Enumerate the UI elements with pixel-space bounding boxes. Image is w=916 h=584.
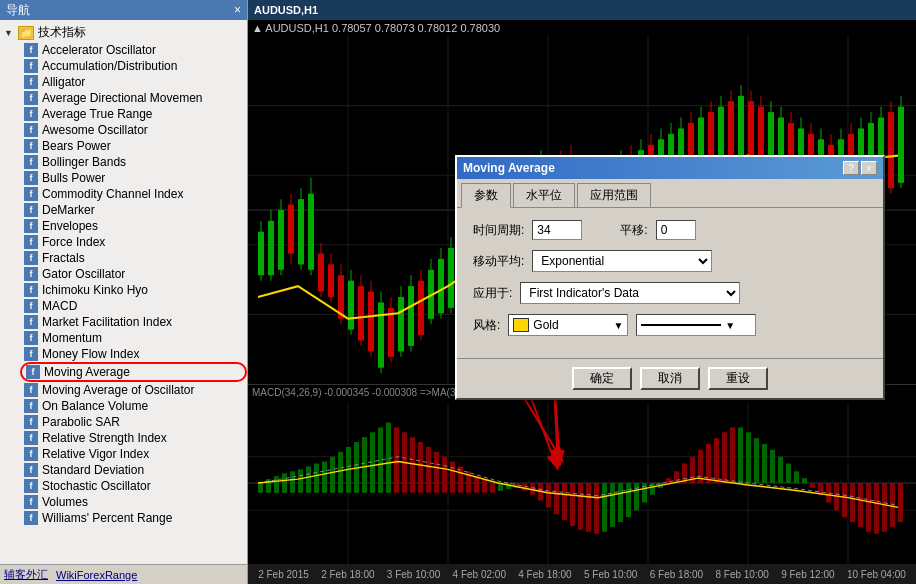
nav-item[interactable]: fAccelerator Oscillator [20, 42, 247, 58]
chart-ohlc: ▲ AUDUSD,H1 0.78057 0.78073 0.78012 0.78… [252, 22, 500, 34]
svg-rect-195 [602, 483, 607, 532]
shift-label: 平移: [620, 222, 647, 239]
nav-item[interactable]: fAlligator [20, 74, 247, 90]
nav-item[interactable]: fOn Balance Volume [20, 398, 247, 414]
nav-item[interactable]: fCommodity Channel Index [20, 186, 247, 202]
indicator-icon: f [24, 267, 38, 281]
color-name: Gold [533, 318, 558, 332]
nav-item[interactable]: fStandard Deviation [20, 462, 247, 478]
nav-item[interactable]: fMACD [20, 298, 247, 314]
svg-rect-158 [306, 466, 311, 492]
indicator-icon: f [24, 383, 38, 397]
nav-item[interactable]: fGator Oscillator [20, 266, 247, 282]
item-label: Moving Average of Oscillator [42, 383, 195, 397]
svg-rect-223 [826, 483, 831, 503]
nav-item[interactable]: fBears Power [20, 138, 247, 154]
nav-item[interactable]: fAverage True Range [20, 106, 247, 122]
footer-link-1[interactable]: 辅客外汇 [4, 567, 48, 582]
nav-item[interactable]: fRelative Vigor Index [20, 446, 247, 462]
line-preview [641, 324, 721, 326]
reset-button[interactable]: 重设 [708, 367, 768, 390]
nav-item[interactable]: fMoney Flow Index [20, 346, 247, 362]
nav-item[interactable]: fFractals [20, 250, 247, 266]
line-style-picker[interactable]: ▼ [636, 314, 756, 336]
indicator-icon: f [24, 479, 38, 493]
nav-close-btn[interactable]: × [234, 3, 241, 17]
period-input[interactable] [532, 220, 582, 240]
nav-header: 导航 × [0, 0, 247, 20]
footer-link-2[interactable]: WikiForexRange [56, 569, 137, 581]
time-label: 9 Feb 12:00 [781, 569, 834, 580]
time-axis: 2 Feb 20152 Feb 18:003 Feb 10:004 Feb 02… [248, 564, 916, 584]
color-dropdown-arrow[interactable]: ▼ [613, 320, 623, 331]
svg-rect-218 [786, 463, 791, 483]
nav-item[interactable]: fMarket Facilitation Index [20, 314, 247, 330]
nav-item[interactable]: fMoving Average of Oscillator [20, 382, 247, 398]
svg-rect-227 [858, 483, 863, 527]
ok-button[interactable]: 确定 [572, 367, 632, 390]
apply-to-row: 应用于: First Indicator's Data Close Open H… [473, 282, 867, 304]
item-label: Standard Deviation [42, 463, 144, 477]
dialog-controls: ? × [843, 161, 877, 175]
time-label: 4 Feb 02:00 [453, 569, 506, 580]
dialog-help-btn[interactable]: ? [843, 161, 859, 175]
apply-to-select[interactable]: First Indicator's Data Close Open High L… [520, 282, 740, 304]
indicator-icon: f [24, 331, 38, 345]
shift-input[interactable] [656, 220, 696, 240]
svg-rect-174 [434, 452, 439, 493]
svg-rect-162 [338, 452, 343, 493]
svg-rect-152 [258, 483, 263, 493]
item-label: Fractals [42, 251, 85, 265]
dialog-tab-2[interactable]: 应用范围 [577, 183, 651, 207]
svg-rect-160 [322, 462, 327, 493]
svg-rect-191 [570, 483, 575, 526]
indicator-icon: f [24, 123, 38, 137]
nav-item[interactable]: fBulls Power [20, 170, 247, 186]
nav-item[interactable]: fAccumulation/Distribution [20, 58, 247, 74]
svg-rect-180 [482, 479, 487, 493]
dialog-tab-0[interactable]: 参数 [461, 183, 511, 208]
cancel-button[interactable]: 取消 [640, 367, 700, 390]
nav-item[interactable]: fIchimoku Kinko Hyo [20, 282, 247, 298]
nav-item[interactable]: fAwesome Oscillator [20, 122, 247, 138]
nav-item[interactable]: fForce Index [20, 234, 247, 250]
nav-item[interactable]: fParabolic SAR [20, 414, 247, 430]
nav-item[interactable]: fDeMarker [20, 202, 247, 218]
svg-rect-189 [554, 483, 559, 514]
indicator-icon: f [24, 495, 38, 509]
svg-rect-214 [754, 438, 759, 483]
style-row: 风格: Gold ▼ ▼ [473, 314, 867, 336]
svg-rect-226 [850, 483, 855, 522]
nav-item[interactable]: fWilliams' Percent Range [20, 510, 247, 526]
nav-item[interactable]: fStochastic Oscillator [20, 478, 247, 494]
section-label: 技术指标 [38, 24, 86, 41]
color-picker[interactable]: Gold ▼ [508, 314, 628, 336]
nav-item[interactable]: fAverage Directional Movemen [20, 90, 247, 106]
time-label: 8 Feb 10:00 [715, 569, 768, 580]
nav-item[interactable]: fBollinger Bands [20, 154, 247, 170]
svg-rect-155 [282, 473, 287, 493]
nav-item[interactable]: fMoving Average [20, 362, 247, 382]
svg-rect-216 [770, 450, 775, 483]
indicator-icon: f [24, 463, 38, 477]
lower-chart[interactable]: MACD(34,26,9) -0.000345 -0.000308 =>MA(3… [248, 384, 916, 564]
ma-method-select[interactable]: Exponential Simple Smoothed Linear Weigh… [532, 250, 712, 272]
time-label: 3 Feb 10:00 [387, 569, 440, 580]
section-header[interactable]: ▼ 📁 技术指标 [0, 23, 247, 42]
nav-item[interactable]: fVolumes [20, 494, 247, 510]
nav-item[interactable]: fEnvelopes [20, 218, 247, 234]
nav-item[interactable]: fRelative Strength Index [20, 430, 247, 446]
indicator-icon: f [24, 315, 38, 329]
technical-indicators-section: ▼ 📁 技术指标 fAccelerator OscillatorfAccumul… [0, 22, 247, 527]
dialog-tab-1[interactable]: 水平位 [513, 183, 575, 207]
line-style-arrow[interactable]: ▼ [725, 320, 735, 331]
nav-item[interactable]: fMomentum [20, 330, 247, 346]
svg-rect-159 [314, 463, 319, 492]
nav-content[interactable]: ▼ 📁 技术指标 fAccelerator OscillatorfAccumul… [0, 20, 247, 564]
svg-rect-169 [394, 427, 399, 492]
svg-rect-228 [866, 483, 871, 532]
dialog-close-btn[interactable]: × [861, 161, 877, 175]
svg-rect-203 [666, 478, 671, 483]
apply-to-label: 应用于: [473, 285, 512, 302]
svg-rect-188 [546, 483, 551, 507]
